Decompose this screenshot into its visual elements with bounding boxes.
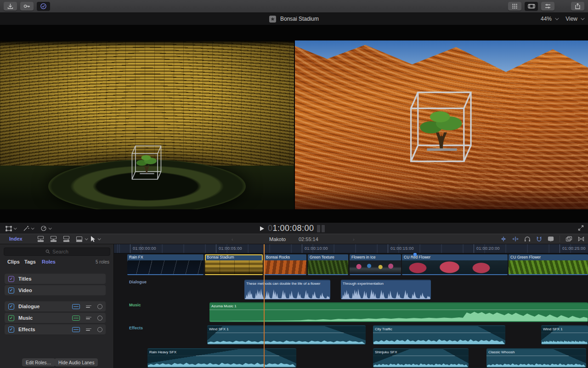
volume-line[interactable] bbox=[209, 310, 588, 310]
key-icon bbox=[23, 4, 30, 9]
edit-roles-button[interactable]: Edit Roles… bbox=[22, 358, 55, 367]
effects-checkbox[interactable] bbox=[8, 327, 14, 333]
search-input[interactable]: Search bbox=[4, 247, 110, 256]
timeline-area: 01:00:00:00 01:00:05:00 01:00:10:00 01:0… bbox=[114, 244, 588, 368]
video-checkbox[interactable] bbox=[8, 288, 14, 293]
browser-toggle-button[interactable] bbox=[508, 2, 521, 11]
audio-clip-effects[interactable]: City Traffic bbox=[373, 325, 505, 345]
tab-tags[interactable]: Tags bbox=[24, 259, 36, 264]
roles-count: 5 roles bbox=[96, 259, 109, 264]
project-star-icon bbox=[269, 16, 276, 23]
insert-edit-button[interactable] bbox=[50, 236, 57, 242]
role-row-music[interactable]: Music bbox=[5, 313, 106, 323]
transport-bar: 01:00:08:00 bbox=[0, 222, 588, 234]
audio-meters[interactable] bbox=[317, 225, 325, 232]
dialogue-checkbox[interactable] bbox=[8, 304, 14, 310]
share-button[interactable] bbox=[571, 2, 584, 11]
hide-audio-lanes-button[interactable]: Hide Audio Lanes bbox=[55, 358, 98, 367]
role-row-titles[interactable]: Titles bbox=[5, 274, 106, 284]
import-button[interactable] bbox=[4, 2, 17, 11]
timeline-ruler[interactable]: 01:00:00:00 01:00:05:00 01:00:10:00 01:0… bbox=[114, 244, 588, 253]
snapping-icon[interactable] bbox=[536, 236, 542, 242]
video-clip[interactable]: Rain FX bbox=[127, 254, 204, 275]
timeline-toggle-button[interactable] bbox=[525, 2, 538, 11]
audio-clip-dialogue[interactable]: These methods can double the life of a f… bbox=[244, 280, 330, 299]
effects-menu[interactable] bbox=[23, 225, 34, 231]
play-button[interactable] bbox=[260, 226, 264, 231]
audio-clip-music[interactable]: Azuma Music 1 bbox=[209, 302, 588, 322]
video-clip[interactable]: Bonsai Rocks bbox=[264, 254, 306, 275]
main-toolbar bbox=[0, 0, 588, 13]
music-sublanes-icon[interactable] bbox=[86, 317, 91, 319]
clip-appearance-icon[interactable] bbox=[565, 236, 572, 242]
audio-clip-effects[interactable]: Shinjuku SFX bbox=[373, 348, 469, 368]
playhead[interactable] bbox=[264, 244, 265, 368]
clip-thumbnail bbox=[402, 260, 508, 274]
trim-mode-icon[interactable] bbox=[578, 236, 584, 242]
dialogue-lane-icon[interactable] bbox=[72, 304, 80, 309]
dialogue-focus-icon[interactable] bbox=[97, 304, 102, 309]
dialogue-sublanes-icon[interactable] bbox=[86, 305, 91, 308]
timecode-display[interactable]: 01:00:08:00 bbox=[268, 224, 314, 233]
inspector-toggle-button[interactable] bbox=[541, 2, 554, 11]
expand-icon bbox=[578, 225, 584, 231]
audio-clip-dialogue[interactable]: Through experimentation bbox=[341, 280, 431, 299]
index-tabs: Clips Tags Roles 5 roles bbox=[0, 258, 114, 267]
append-edit-button[interactable] bbox=[62, 236, 70, 242]
viewer-clip-title: Bonsai Stadium bbox=[280, 16, 319, 22]
chevron-down-icon bbox=[98, 237, 101, 240]
tab-roles[interactable]: Roles bbox=[42, 259, 56, 264]
solo-headphones-icon[interactable] bbox=[524, 236, 531, 242]
chevron-down-icon bbox=[49, 226, 52, 230]
video-clip-selected[interactable]: Bonsai Stadium bbox=[205, 254, 263, 275]
video-clip[interactable]: CU Green Flower bbox=[509, 254, 588, 275]
foreground-shadow bbox=[295, 187, 588, 209]
role-row-dialogue[interactable]: Dialogue bbox=[5, 301, 106, 311]
effects-focus-icon[interactable] bbox=[97, 327, 102, 332]
clip-thumbnail bbox=[308, 260, 348, 274]
expand-timeline-button[interactable] bbox=[578, 225, 584, 231]
project-name[interactable]: Makoto bbox=[269, 236, 286, 242]
connect-edit-button[interactable] bbox=[37, 236, 45, 242]
effects-wand-icon bbox=[23, 225, 29, 231]
retime-menu[interactable] bbox=[40, 225, 51, 231]
music-focus-icon[interactable] bbox=[97, 316, 102, 321]
keywords-button[interactable] bbox=[20, 2, 34, 11]
clip-thumbnail bbox=[127, 260, 204, 274]
video-clip[interactable]: Green Texture bbox=[308, 254, 348, 275]
trim-icon[interactable] bbox=[500, 236, 507, 242]
transform-menu[interactable] bbox=[6, 226, 16, 231]
music-lane-icon[interactable] bbox=[72, 316, 80, 321]
background-tasks-button[interactable] bbox=[37, 2, 50, 11]
audio-trim-icon[interactable] bbox=[512, 236, 519, 242]
clip-marker[interactable] bbox=[413, 253, 417, 256]
role-row-video[interactable]: Video bbox=[5, 285, 106, 295]
media-box-icon[interactable] bbox=[548, 236, 554, 242]
project-duration: 02:55:14 bbox=[299, 236, 318, 242]
tab-clips[interactable]: Clips bbox=[7, 259, 20, 264]
tool-palette-menu[interactable] bbox=[90, 236, 100, 242]
viewer-zoom-menu[interactable]: 44% bbox=[541, 16, 558, 22]
chevron-down-icon bbox=[581, 16, 584, 20]
effects-sublanes-icon[interactable] bbox=[86, 328, 91, 331]
audio-clip-effects[interactable]: Rain Heavy SFX bbox=[147, 348, 296, 368]
titles-checkbox[interactable] bbox=[8, 276, 14, 282]
ruler-tick-label: 01:00:10:00 bbox=[305, 246, 328, 251]
audio-clip-effects[interactable]: Classic Whoosh bbox=[486, 348, 586, 368]
previous-project-button[interactable]: ‹ bbox=[232, 236, 233, 242]
viewer-view-menu[interactable]: View bbox=[565, 16, 583, 22]
clip-thumbnail bbox=[205, 260, 263, 274]
audio-clip-effects[interactable]: Wind SFX 1 bbox=[541, 325, 588, 345]
next-project-button[interactable]: › bbox=[353, 236, 355, 242]
role-row-effects[interactable]: Effects bbox=[5, 324, 106, 334]
index-button[interactable]: Index bbox=[9, 236, 23, 242]
video-clip[interactable]: CU Red Flower bbox=[402, 254, 508, 275]
viewer-area bbox=[0, 25, 588, 222]
effects-lane-icon[interactable] bbox=[72, 327, 80, 332]
audio-clip-effects[interactable]: Wind SFX 1 bbox=[207, 325, 366, 345]
overwrite-edit-menu[interactable] bbox=[75, 236, 87, 242]
filmstrip-icon bbox=[528, 4, 535, 9]
music-checkbox[interactable] bbox=[8, 315, 14, 321]
video-clip[interactable]: Flowers in Ice bbox=[350, 254, 401, 275]
transform-icon bbox=[6, 226, 12, 231]
